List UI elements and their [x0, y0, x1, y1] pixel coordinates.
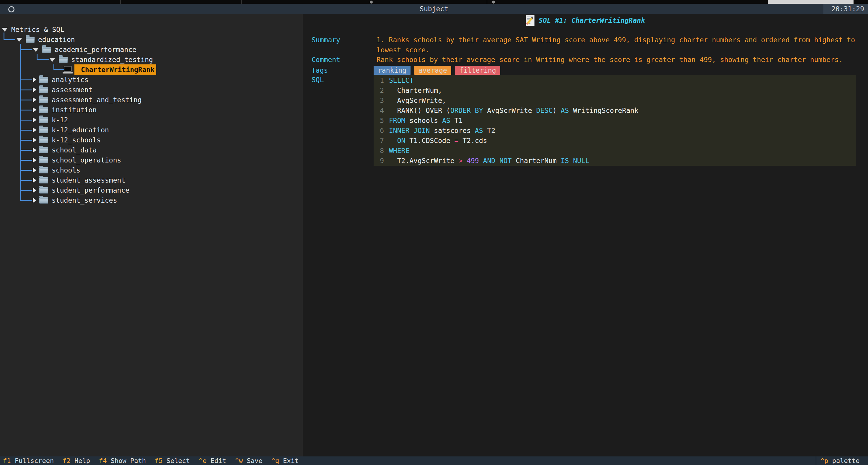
- code-text: FROM schools AS T1: [389, 116, 463, 126]
- tree-item-label: assessment_and_testing: [52, 95, 142, 105]
- sql-label: SQL: [312, 75, 324, 85]
- shortcut-label: Help: [70, 457, 90, 464]
- footer-bar: f1 Fullscreenf2 Helpf4 Show Pathf5 Selec…: [0, 457, 868, 465]
- tab-separator: [241, 0, 242, 4]
- tree-item-standardized-testing[interactable]: standardized_testing: [0, 55, 303, 65]
- code-line: 4 RANK() OVER (ORDER BY AvgScrWrite DESC…: [374, 105, 856, 116]
- shortcut-ctrl-w[interactable]: ^w Save: [235, 457, 262, 465]
- tree-item-institution[interactable]: institution: [0, 105, 303, 115]
- tag-filtering[interactable]: filtering: [455, 66, 500, 75]
- tree-item-k-12-education[interactable]: k-12_education: [0, 125, 303, 135]
- shortcut-f1[interactable]: f1 Fullscreen: [3, 457, 54, 465]
- comment-value: Rank schools by their average score in W…: [377, 55, 865, 65]
- detail-title-row: SQL #1: CharterWritingRank: [303, 15, 868, 26]
- code-text: INNER JOIN satscores AS T2: [389, 126, 495, 135]
- tree-item-student-services[interactable]: student_services: [0, 195, 303, 205]
- tree-item-label: k-12_education: [52, 125, 109, 135]
- tree-item-education[interactable]: education: [0, 35, 303, 44]
- memo-pencil-icon: [526, 15, 534, 26]
- tree-item-label: school_operations: [52, 155, 121, 165]
- line-number: 1: [374, 75, 384, 85]
- folder-icon: [59, 57, 68, 63]
- folder-icon: [39, 117, 48, 123]
- folder-icon: [42, 47, 51, 53]
- header-bar: Subject 20:31:29: [0, 4, 868, 14]
- shortcut-ctrl-e[interactable]: ^e Edit: [199, 457, 226, 465]
- line-number: 2: [374, 85, 384, 95]
- tree-item-charterwritingrank[interactable]: CharterWritingRank: [0, 65, 303, 75]
- tab-favicon-dot: [370, 1, 373, 4]
- code-text: RANK() OVER (ORDER BY AvgScrWrite DESC) …: [389, 105, 639, 116]
- chevron-down-icon: [33, 48, 39, 52]
- code-line: 9 T2.AvgScrWrite > 499 AND NOT CharterNu…: [374, 156, 856, 166]
- folder-icon: [39, 127, 48, 133]
- sql-code-block[interactable]: 1SELECT2 CharterNum,3 AvgScrWrite,4 RANK…: [374, 75, 856, 166]
- summary-label: Summary: [312, 35, 340, 45]
- code-text: SELECT: [389, 75, 413, 85]
- tree-item-school-operations[interactable]: school_operations: [0, 155, 303, 165]
- footer-divider: [816, 457, 816, 465]
- shortcut-key: f5: [155, 457, 163, 464]
- line-number: 6: [374, 126, 384, 135]
- comment-label: Comment: [312, 55, 340, 65]
- shortcut-f4[interactable]: f4 Show Path: [99, 457, 146, 465]
- chevron-right-icon: [33, 107, 36, 113]
- tags-row: rankingaveragefiltering: [374, 66, 504, 75]
- folder-icon: [39, 187, 48, 193]
- tree-item-student-performance[interactable]: student_performance: [0, 185, 303, 195]
- tree-item-metrics-sql[interactable]: Metrics & SQL: [0, 25, 303, 35]
- tree-item-label: academic_performance: [55, 44, 136, 55]
- tree-item-k-12[interactable]: k-12: [0, 115, 303, 125]
- tree-item-label: institution: [52, 105, 97, 115]
- tree-item-k-12-schools[interactable]: k-12_schools: [0, 135, 303, 145]
- chevron-down-icon: [49, 58, 55, 62]
- code-text: ON T1.CDSCode = T2.cds: [389, 135, 487, 146]
- tree-item-school-data[interactable]: school_data: [0, 145, 303, 155]
- tree-item-analytics[interactable]: analytics: [0, 75, 303, 85]
- chevron-down-icon: [16, 38, 22, 42]
- chevron-right-icon: [33, 117, 36, 123]
- palette-key: ^p: [820, 457, 829, 464]
- shortcut-key: f1: [3, 457, 11, 464]
- shortcut-label: Select: [162, 457, 190, 464]
- shortcut-f2[interactable]: f2 Help: [63, 457, 90, 465]
- tag-average[interactable]: average: [414, 66, 451, 75]
- shortcut-key: ^e: [199, 457, 207, 464]
- shortcut-ctrl-q[interactable]: ^q Exit: [271, 457, 299, 465]
- tree-item-label: student_assessment: [52, 175, 125, 185]
- code-line: 8WHERE: [374, 146, 856, 156]
- tree-item-assessment-and-testing[interactable]: assessment_and_testing: [0, 95, 303, 105]
- tree-item-academic-performance[interactable]: academic_performance: [0, 44, 303, 55]
- tree-item-label: assessment: [52, 85, 92, 95]
- tree-item-label: student_performance: [52, 185, 129, 195]
- tree-item-label: k-12: [52, 115, 68, 125]
- tag-ranking[interactable]: ranking: [374, 66, 410, 75]
- tree-item-label: student_services: [52, 195, 117, 205]
- tree-item-assessment[interactable]: assessment: [0, 85, 303, 95]
- tree-item-label: Metrics & SQL: [11, 25, 64, 35]
- line-number: 5: [374, 116, 384, 126]
- palette-shortcut[interactable]: ^p palette: [820, 457, 860, 465]
- line-number: 9: [374, 156, 384, 166]
- shortcut-label: Fullscreen: [11, 457, 54, 464]
- clock: 20:31:29: [824, 4, 868, 14]
- shortcut-label: Edit: [207, 457, 226, 464]
- tab-favicon-dot: [492, 1, 495, 4]
- background-window-strip: [768, 0, 854, 4]
- tree-item-label: schools: [52, 165, 80, 175]
- tree-item-schools[interactable]: schools: [0, 165, 303, 175]
- shortcut-f5[interactable]: f5 Select: [155, 457, 190, 465]
- tree-item-label: school_data: [52, 145, 97, 155]
- folder-icon: [39, 167, 48, 174]
- folder-icon: [39, 97, 48, 103]
- detail-panel: SQL #1: CharterWritingRank Summary 1. Ra…: [303, 14, 868, 457]
- chevron-right-icon: [33, 137, 36, 143]
- folder-icon: [39, 197, 48, 204]
- chevron-right-icon: [33, 87, 36, 92]
- code-line: 1SELECT: [374, 75, 856, 85]
- line-number: 7: [374, 135, 384, 146]
- code-line: 7 ON T1.CDSCode = T2.cds: [374, 135, 856, 146]
- folder-icon: [39, 147, 48, 153]
- tree-item-student-assessment[interactable]: student_assessment: [0, 175, 303, 185]
- chevron-right-icon: [33, 178, 36, 183]
